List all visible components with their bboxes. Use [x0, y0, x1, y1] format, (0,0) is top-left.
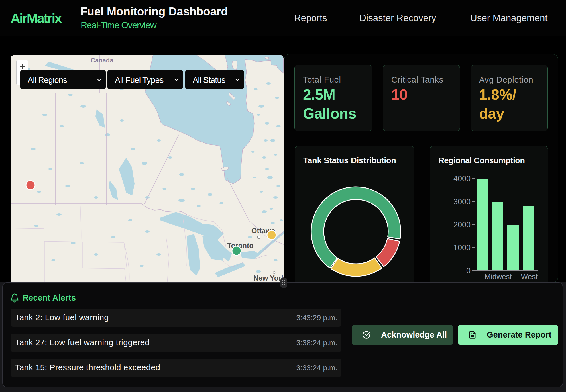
svg-text:New York: New York: [253, 274, 284, 282]
svg-text:0: 0: [466, 266, 471, 275]
svg-text:1000: 1000: [453, 243, 471, 252]
svg-text:3000: 3000: [453, 197, 471, 206]
svg-text:Midwest: Midwest: [484, 272, 512, 281]
svg-text:4000: 4000: [453, 174, 471, 183]
svg-text:2000: 2000: [453, 220, 471, 229]
svg-text:Canada: Canada: [91, 57, 113, 64]
svg-text:West: West: [521, 272, 538, 281]
